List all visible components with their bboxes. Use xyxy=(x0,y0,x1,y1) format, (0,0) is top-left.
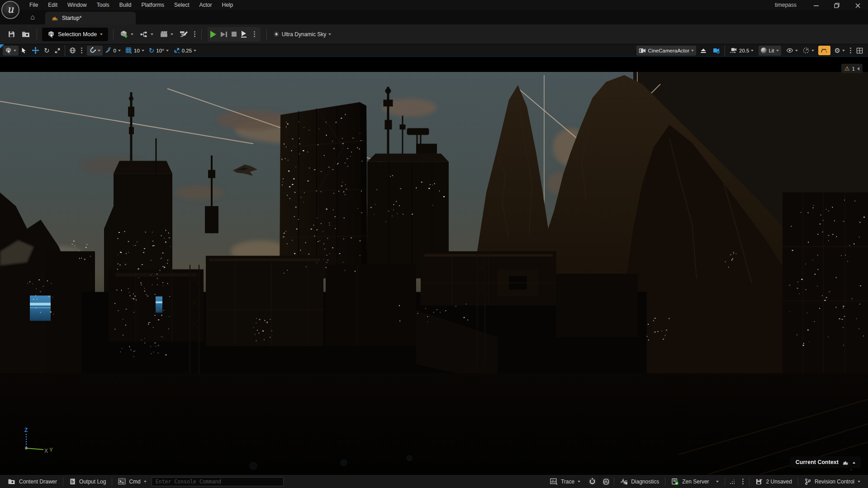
lit-sphere-icon xyxy=(761,47,767,53)
viewport-scene[interactable]: ⚠ 1 Z X Y Current Context xyxy=(0,57,868,474)
performance-dropdown[interactable] xyxy=(800,46,816,56)
blueprints-button[interactable] xyxy=(137,27,157,42)
zen-server-icon xyxy=(671,478,679,485)
diagnostics-button[interactable]: Diagnostics xyxy=(615,475,664,488)
play-icon[interactable] xyxy=(210,31,216,38)
trace-dropdown[interactable]: Trace xyxy=(545,475,585,488)
surface-snapping-dropdown[interactable] xyxy=(87,46,103,56)
chevron-down-icon xyxy=(751,50,754,52)
main-toolbar: Selection Mode ☀ xyxy=(0,24,868,44)
current-context-button[interactable]: Current Context xyxy=(790,456,861,468)
select-tool[interactable] xyxy=(19,46,29,56)
camera-actor-dropdown[interactable]: CineCameraActor xyxy=(636,46,696,56)
separator xyxy=(201,29,202,40)
scale-tool[interactable] xyxy=(52,46,63,56)
transform-options-icon[interactable] xyxy=(81,50,82,51)
pilot-camera-button[interactable] xyxy=(711,46,722,56)
separator xyxy=(798,478,798,486)
scale-icon xyxy=(54,47,61,54)
tab-startup[interactable]: Startup* xyxy=(45,12,136,24)
scale-snapping-dropdown[interactable]: 0.25 xyxy=(171,46,199,56)
insights-session-button[interactable] xyxy=(585,475,599,488)
home-icon[interactable]: ⌂ xyxy=(26,11,39,23)
output-log-button[interactable]: Output Log xyxy=(64,475,111,488)
play-options-icon[interactable] xyxy=(254,33,255,35)
selection-mode-icon xyxy=(47,31,55,38)
actor-snapping-dropdown[interactable]: 0 xyxy=(103,46,123,56)
menu-file[interactable]: File xyxy=(24,0,43,10)
add-actor-button[interactable] xyxy=(117,27,137,42)
output-log-label: Output Log xyxy=(79,479,106,485)
restore-button[interactable] xyxy=(826,0,847,11)
chevron-down-icon xyxy=(578,481,580,483)
separator xyxy=(614,478,614,486)
derived-data-button[interactable] xyxy=(726,475,740,488)
editor-mode-select[interactable]: Selection Mode xyxy=(42,28,108,41)
find-in-content-icon xyxy=(22,30,30,38)
content-drawer-label: Content Drawer xyxy=(19,479,57,485)
eject-pilot-button[interactable] xyxy=(697,46,709,56)
separator xyxy=(266,29,267,40)
separator xyxy=(37,29,37,40)
view-mode-dropdown[interactable]: Lit xyxy=(759,46,781,56)
cinematics-icon xyxy=(160,30,168,38)
frame-skip-icon[interactable] xyxy=(221,32,227,37)
cinematics-button[interactable] xyxy=(157,27,176,42)
menu-help[interactable]: Help xyxy=(217,0,238,10)
revision-control-dropdown[interactable]: Revision Control xyxy=(799,475,865,488)
axis-y-label: Y xyxy=(49,447,53,453)
show-flags-dropdown[interactable] xyxy=(784,46,800,56)
svg-text:*: * xyxy=(761,478,762,482)
viewport-mode-dropdown[interactable] xyxy=(3,46,19,56)
grid-snapping-dropdown[interactable]: 10 xyxy=(123,46,147,56)
viewport-settings-dropdown[interactable]: ⚙ xyxy=(832,46,847,56)
menu-window[interactable]: Window xyxy=(62,0,92,10)
revision-control-label: Revision Control xyxy=(815,479,854,485)
viewport-options-icon[interactable] xyxy=(850,50,851,51)
axis-gizmo: Z X Y xyxy=(16,427,54,456)
move-tool[interactable] xyxy=(29,46,42,56)
statusbar-options-icon[interactable] xyxy=(742,481,744,482)
menu-select[interactable]: Select xyxy=(169,0,194,10)
world-local-toggle[interactable] xyxy=(67,46,78,56)
browse-content-button[interactable] xyxy=(19,27,33,42)
rotation-snapping-dropdown[interactable]: ↻ 10° xyxy=(147,46,171,56)
menu-build[interactable]: Build xyxy=(114,0,137,10)
stop-icon[interactable] xyxy=(232,32,237,37)
menu-tools[interactable]: Tools xyxy=(92,0,114,10)
launch-icon[interactable] xyxy=(241,31,247,38)
close-button[interactable] xyxy=(847,0,868,11)
content-drawer-button[interactable]: Content Drawer xyxy=(3,475,62,488)
sequencer-button[interactable] xyxy=(176,27,191,42)
frame-chart-icon xyxy=(602,478,610,486)
menu-platforms[interactable]: Platforms xyxy=(136,0,169,10)
camera-speed-dropdown[interactable]: 20.5 xyxy=(727,46,756,56)
chevron-down-icon xyxy=(795,50,798,52)
save-button[interactable] xyxy=(5,27,19,42)
separator xyxy=(725,45,725,56)
dashed-gauge-icon xyxy=(802,47,810,54)
chevron-down-icon xyxy=(151,33,153,35)
menu-actor[interactable]: Actor xyxy=(194,0,217,10)
revision-control-icon xyxy=(804,478,811,485)
maximize-viewport-button[interactable] xyxy=(854,46,865,56)
insights-frame-button[interactable] xyxy=(599,475,613,488)
camera-speed-value: 20.5 xyxy=(739,48,749,53)
minimize-button[interactable] xyxy=(806,0,826,11)
chevron-down-icon xyxy=(14,50,16,52)
level-icon xyxy=(842,460,849,465)
zen-server-dropdown[interactable]: Zen Server xyxy=(666,475,723,488)
console-command-input[interactable] xyxy=(152,477,284,486)
ultra-dynamic-sky-button[interactable]: ☀ Ultra Dynamic Sky xyxy=(270,27,334,42)
cinematic-preview-toggle[interactable] xyxy=(818,46,830,55)
unreal-logo[interactable]: u xyxy=(1,1,19,19)
viewport-warning-badge[interactable]: ⚠ 1 xyxy=(841,64,863,73)
cmd-dropdown[interactable]: Cmd xyxy=(113,475,151,488)
menu-edit[interactable]: Edit xyxy=(43,0,62,10)
toolbar-overflow-icon[interactable] xyxy=(194,33,195,35)
unsaved-button[interactable]: * 2 Unsaved xyxy=(750,475,797,488)
play-controls xyxy=(208,27,261,42)
rotate-tool[interactable]: ↻ xyxy=(42,46,52,56)
scale-snap-icon xyxy=(173,47,180,54)
chevron-down-icon xyxy=(171,33,173,35)
